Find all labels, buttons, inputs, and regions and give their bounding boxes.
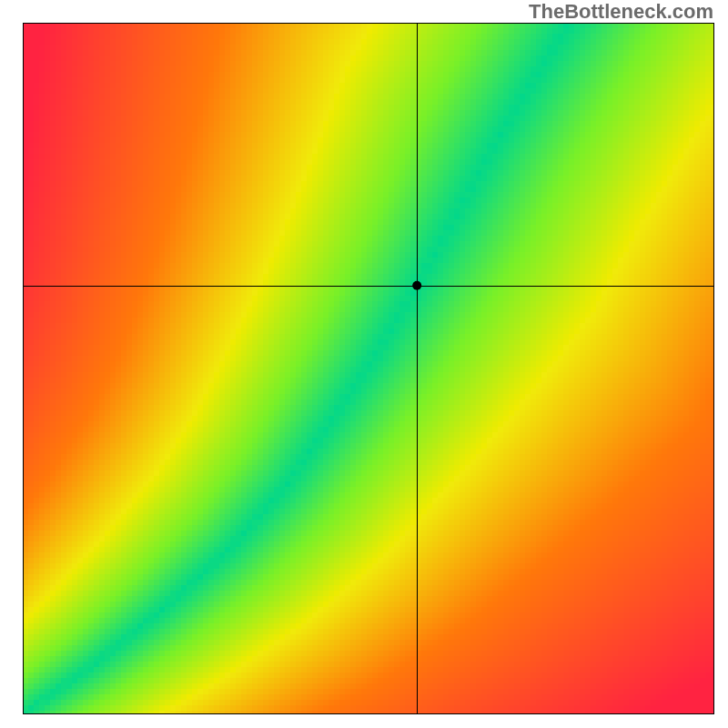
bottleneck-heatmap: TheBottleneck.com [0, 0, 728, 728]
heatmap-canvas [0, 0, 728, 728]
watermark-text: TheBottleneck.com [529, 0, 713, 24]
